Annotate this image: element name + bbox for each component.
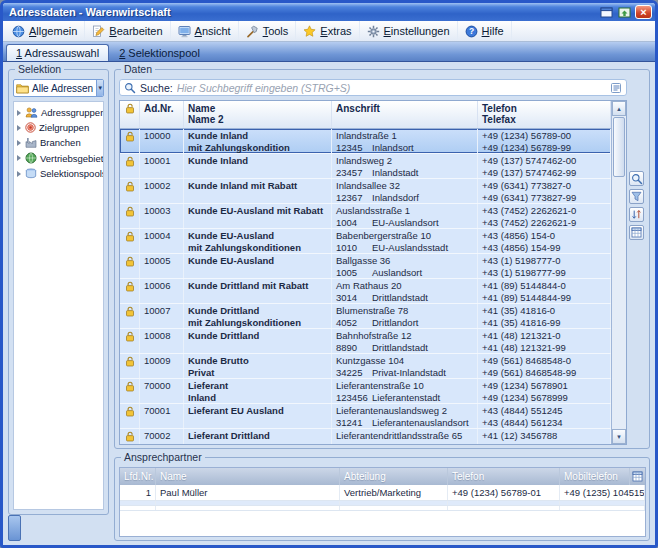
expand-arrow-icon[interactable] — [17, 140, 21, 146]
scroll-thumb[interactable] — [613, 117, 625, 177]
menu-item-hilfe[interactable]: ?Hilfe — [458, 21, 512, 41]
tree-item-zielgruppen[interactable]: Zielgruppen — [14, 120, 103, 135]
scroll-up-icon[interactable]: ▲ — [612, 101, 626, 116]
column-header-contact-telefon[interactable]: Telefon — [448, 468, 560, 485]
tree-item-vertriebsgebiete[interactable]: Vertriebsgebiete — [14, 150, 103, 166]
menu-item-allgemein[interactable]: Allgemein — [5, 21, 85, 41]
address-row[interactable]: 10003Kunde EU-Ausland mit RabattAuslands… — [120, 204, 611, 229]
title-bar[interactable]: Adressdaten - Warenwirtschaft × — [3, 3, 655, 21]
menu-item-bearbeiten[interactable]: Bearbeiten — [85, 21, 170, 41]
lock-column-header[interactable] — [120, 101, 140, 128]
contacts-group-title: Ansprechpartner — [121, 452, 205, 463]
lock-icon — [120, 254, 140, 278]
column-header-lfdnr[interactable]: Lfd.Nr. — [120, 468, 156, 485]
address-anschrift-cell: Blumenstraße 784052Drittlandort — [332, 304, 478, 328]
selection-tree: AdressgruppenZielgruppenBranchenVertrieb… — [13, 101, 104, 510]
address-row[interactable]: 10004Kunde EU-Auslandmit Zahlungskonditi… — [120, 229, 611, 254]
refresh-icon[interactable] — [616, 6, 632, 19]
sort-icon[interactable] — [629, 207, 644, 222]
menu-item-label: Extras — [320, 25, 351, 37]
address-row[interactable]: 10007Kunde Drittlandmit Zahlungskonditio… — [120, 304, 611, 329]
address-telefon-cell: +43 (1) 5198777-0+43 (1) 5198777-99 — [478, 254, 611, 278]
address-telefon-cell: +41 (89) 5144844-0+41 (89) 5144844-99 — [478, 279, 611, 303]
address-row[interactable]: 10002Kunde Inland mit RabattInlandsallee… — [120, 179, 611, 204]
contact-row-empty[interactable] — [120, 506, 645, 511]
address-telefon-cell: +49 (1234) 5678901+49 (1234) 5678999 — [478, 379, 611, 403]
lock-icon — [120, 329, 140, 353]
address-row[interactable]: 70002Lieferant DrittlandLieferantendritt… — [120, 429, 611, 444]
tab-1-adressauswahl[interactable]: 1 Adressauswahl — [6, 44, 109, 61]
address-table-body: 10000Kunde Inlandmit ZahlungskonditionIn… — [120, 129, 611, 444]
expand-arrow-icon[interactable] — [17, 125, 21, 131]
column-header-contact-name[interactable]: Name — [156, 468, 340, 485]
search-options-icon[interactable] — [610, 82, 622, 94]
expand-arrow-icon[interactable] — [17, 110, 21, 116]
address-name-cell: Kunde Drittland mit Rabatt — [184, 279, 332, 303]
address-row[interactable]: 70000LieferantInlandLieferantenstraße 10… — [120, 379, 611, 404]
search-icon[interactable] — [629, 171, 644, 186]
columns-icon[interactable] — [629, 225, 644, 240]
settings-icon — [367, 25, 380, 38]
address-anschrift-cell: Inlandsweg 223457Inlandstadt — [332, 154, 478, 178]
address-number-cell: 10002 — [140, 179, 184, 203]
scroll-down-icon[interactable]: ▼ — [612, 429, 626, 444]
address-number-cell: 10001 — [140, 154, 184, 178]
address-table: Ad.Nr. NameName 2 Anschrift TelefonTelef… — [119, 100, 627, 445]
menu-item-einstellungen[interactable]: Einstellungen — [360, 21, 458, 41]
tree-item-adressgruppen[interactable]: Adressgruppen — [14, 105, 103, 120]
column-header-anschrift[interactable]: Anschrift — [332, 101, 478, 128]
vertical-scrollbar[interactable]: ▲ ▼ — [611, 101, 626, 444]
address-row[interactable]: 70001Lieferant EU AuslandLieferantenausl… — [120, 404, 611, 429]
address-anschrift-cell: Lieferantenauslandsweg 231241Lieferanten… — [332, 404, 478, 428]
address-anschrift-cell: Auslandsstraße 11004EU-Auslandsort — [332, 204, 478, 228]
address-anschrift-cell: Lieferantenstraße 10123456Lieferantensta… — [332, 379, 478, 403]
address-anschrift-cell: Lieferantendrittlandsstraße 65 — [332, 429, 478, 444]
tree-item-branchen[interactable]: Branchen — [14, 135, 103, 150]
address-number-cell: 10009 — [140, 354, 184, 378]
address-row[interactable]: 10009Kunde BruttoPrivatKuntzgasse 104342… — [120, 354, 611, 379]
column-header-mobiltelefon[interactable]: Mobiltelefon — [560, 468, 630, 485]
lock-icon — [125, 103, 135, 114]
view-icon — [178, 25, 191, 38]
menu-item-extras[interactable]: Extras — [296, 21, 359, 41]
tab-2-selektionspool[interactable]: 2 Selektionspool — [110, 45, 209, 61]
restore-window-icon[interactable] — [598, 6, 614, 19]
address-row[interactable]: 10006Kunde Drittland mit RabattAm Rathau… — [120, 279, 611, 304]
address-name-cell: Lieferant Drittland — [184, 429, 332, 444]
industries-icon — [25, 137, 37, 148]
column-header-telefon[interactable]: TelefonTelefax — [478, 101, 611, 128]
address-filter-value: Alle Adressen — [32, 83, 93, 94]
address-telefon-cell: +49 (137) 5747462-00+49 (137) 5747462-99 — [478, 154, 611, 178]
scroll-track[interactable] — [612, 178, 626, 429]
chevron-down-icon[interactable]: ▼ — [96, 80, 103, 96]
filter-icon[interactable] — [629, 189, 644, 204]
close-icon[interactable]: × — [635, 5, 652, 19]
address-name-cell: Kunde Drittlandmit Zahlungskonditionen — [184, 304, 332, 328]
address-row[interactable]: 10001Kunde InlandInlandsweg 223457Inland… — [120, 154, 611, 179]
address-filter-dropdown[interactable]: Alle Adressen ▼ — [13, 79, 104, 97]
column-header-name[interactable]: NameName 2 — [184, 101, 332, 128]
contacts-table-header: Lfd.Nr. Name Abteilung Telefon Mobiltele… — [120, 468, 645, 485]
column-header-abteilung[interactable]: Abteilung — [340, 468, 448, 485]
expand-arrow-icon[interactable] — [17, 155, 21, 161]
address-table-header: Ad.Nr. NameName 2 Anschrift TelefonTelef… — [120, 101, 611, 129]
address-row[interactable]: 10000Kunde Inlandmit ZahlungskonditionIn… — [120, 129, 611, 154]
address-telefon-cell: +41 (35) 41816-0+41 (35) 41816-99 — [478, 304, 611, 328]
column-chooser-icon[interactable] — [630, 468, 645, 485]
collapsed-panel-handle[interactable] — [8, 515, 21, 541]
left-panel: Selektion Alle Adressen ▼ AdressgruppenZ… — [8, 69, 109, 541]
menu-item-ansicht[interactable]: Ansicht — [171, 21, 239, 41]
tree-item-label: Branchen — [40, 137, 81, 148]
expand-arrow-icon[interactable] — [17, 171, 21, 177]
contact-row[interactable]: 1Paul MüllerVertrieb/Marketing+49 (1234)… — [120, 485, 645, 501]
tree-item-label: Zielgruppen — [39, 122, 89, 133]
address-name-cell: LieferantInland — [184, 379, 332, 403]
address-row[interactable]: 10005Kunde EU-AuslandBallgasse 361005Aus… — [120, 254, 611, 279]
search-bar[interactable]: Suche: Hier Suchbegriff eingeben (STRG+S… — [119, 79, 627, 96]
column-header-adnr[interactable]: Ad.Nr. — [140, 101, 184, 128]
menu-item-label: Tools — [263, 25, 289, 37]
tree-item-selektionspools[interactable]: Selektionspools — [14, 166, 103, 181]
tools-icon — [246, 25, 259, 38]
menu-item-tools[interactable]: Tools — [239, 21, 297, 41]
address-row[interactable]: 10008Kunde DrittlandBahnhofstraße 128890… — [120, 329, 611, 354]
